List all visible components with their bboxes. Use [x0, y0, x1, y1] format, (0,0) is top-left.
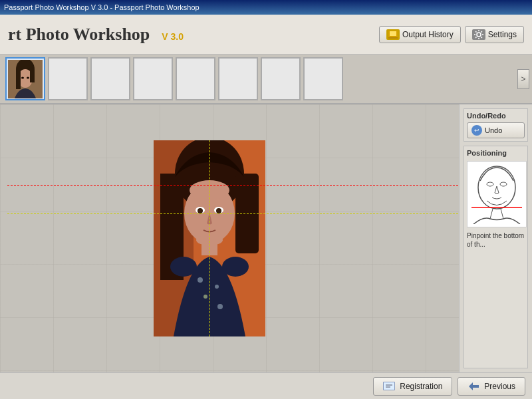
photo-thumb-3[interactable] [90, 57, 130, 100]
undo-button[interactable]: ↩ Undo [467, 122, 525, 138]
svg-point-26 [203, 295, 207, 299]
app-title: rt Photo Workshop [8, 25, 150, 45]
settings-button[interactable]: Settings [465, 26, 524, 43]
svg-line-33 [490, 209, 493, 219]
previous-icon [467, 381, 481, 392]
registration-button[interactable]: Registration [373, 377, 452, 396]
yellow-guide-line [7, 213, 459, 214]
svg-rect-37 [384, 382, 394, 390]
pinpoint-text: Pinpoint the bottom of th... [467, 231, 525, 249]
svg-rect-41 [472, 385, 479, 388]
svg-point-28 [170, 257, 197, 277]
svg-point-24 [198, 277, 203, 283]
photo-thumb-6[interactable] [218, 57, 258, 100]
positioning-diagram [467, 161, 527, 227]
svg-point-32 [500, 182, 507, 186]
settings-icon [472, 29, 485, 40]
svg-point-21 [216, 208, 221, 213]
svg-point-10 [27, 76, 29, 78]
toolbar-right: Output History Settings [379, 26, 524, 43]
red-guide-line [7, 185, 459, 186]
svg-point-3 [477, 33, 481, 37]
undo-label: Undo [485, 126, 502, 134]
svg-line-34 [501, 209, 503, 219]
toolbar: rt Photo Workshop V 3.0 Output History S… [0, 15, 532, 55]
canvas-area [0, 104, 459, 372]
svg-rect-7 [16, 69, 21, 89]
registration-icon [383, 381, 396, 392]
svg-rect-8 [30, 69, 35, 82]
photo-thumb-7[interactable] [261, 57, 301, 100]
previous-label: Previous [484, 382, 515, 391]
vertical-guide-line [209, 140, 210, 336]
undo-redo-title: Undo/Redo [467, 112, 525, 120]
photo-thumb-inner-1 [8, 60, 43, 98]
positioning-section: Positioning [464, 146, 528, 368]
positioning-title: Positioning [467, 149, 525, 157]
output-history-label: Output History [402, 30, 454, 39]
svg-point-9 [21, 76, 24, 78]
settings-label: Settings [488, 30, 517, 39]
photo-thumb-2[interactable] [48, 57, 88, 100]
strip-scroll-arrow[interactable]: > [517, 69, 529, 89]
photo-strip: > [0, 55, 532, 104]
svg-point-30 [478, 166, 515, 209]
title-bar: Passport Photo Workshop V 3.0 - Passport… [0, 0, 532, 15]
svg-point-29 [222, 257, 249, 277]
svg-point-20 [198, 208, 203, 213]
main-content: Undo/Redo ↩ Undo Positioning [0, 104, 532, 372]
photo-thumb-1[interactable] [5, 57, 45, 100]
version-label: V 3.0 [162, 31, 184, 42]
undo-redo-section: Undo/Redo ↩ Undo [464, 108, 528, 142]
photo-thumb-4[interactable] [133, 57, 173, 100]
app: rt Photo Workshop V 3.0 Output History S… [0, 15, 532, 399]
right-panel: Undo/Redo ↩ Undo Positioning [459, 104, 532, 372]
svg-point-25 [215, 285, 219, 289]
output-history-button[interactable]: Output History [379, 26, 461, 43]
svg-point-27 [217, 304, 223, 309]
previous-button[interactable]: Previous [458, 377, 525, 396]
svg-rect-2 [388, 37, 398, 39]
output-history-icon [386, 29, 400, 40]
title-bar-text: Passport Photo Workshop V 3.0 - Passport… [4, 3, 200, 11]
undo-icon: ↩ [471, 125, 482, 136]
photo-thumb-8[interactable] [303, 57, 343, 100]
photo-canvas [154, 140, 265, 336]
svg-rect-1 [390, 31, 396, 36]
bottom-toolbar: Registration Previous [0, 372, 532, 399]
photo-thumb-5[interactable] [176, 57, 215, 100]
svg-point-31 [487, 182, 493, 186]
registration-label: Registration [400, 382, 442, 391]
